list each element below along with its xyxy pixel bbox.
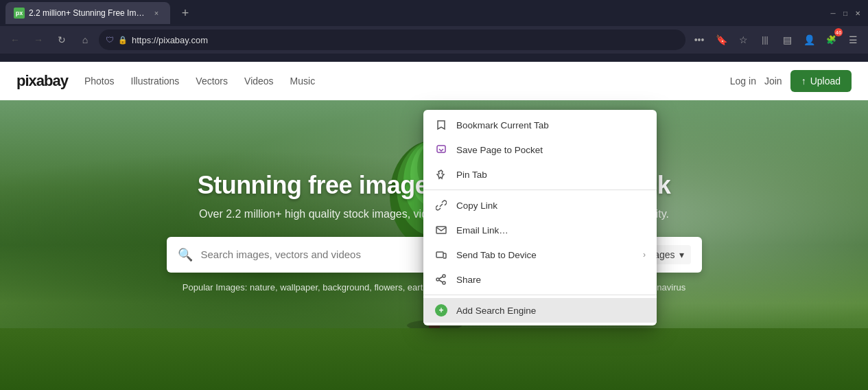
menu-divider-1 xyxy=(423,190,657,190)
upload-icon: ↑ xyxy=(801,76,806,87)
bookmarks-button[interactable]: ☆ xyxy=(734,30,753,49)
more-icon: ••• xyxy=(694,34,705,45)
menu-item-copy-link[interactable]: Copy Link xyxy=(423,193,657,218)
menu-item-send-tab[interactable]: Send Tab to Device › xyxy=(423,242,657,267)
account-icon: 👤 xyxy=(804,34,815,45)
share-icon xyxy=(434,273,448,286)
reader-icon: ▤ xyxy=(783,34,792,45)
title-bar: px 2.2 million+ Stunning Free Ima... × +… xyxy=(0,0,868,26)
menu-item-email-label: Email Link… xyxy=(456,225,646,236)
svg-point-10 xyxy=(443,275,445,277)
nav-videos[interactable]: Videos xyxy=(244,76,274,87)
tab-title: 2.2 million+ Stunning Free Ima... xyxy=(29,8,147,18)
menu-divider-2 xyxy=(423,295,657,295)
upload-button[interactable]: ↑ Upload xyxy=(790,70,852,92)
menu-item-email-link[interactable]: Email Link… xyxy=(423,218,657,242)
menu-item-pocket[interactable]: Save Page to Pocket xyxy=(423,137,657,162)
forward-button[interactable]: → xyxy=(29,30,48,49)
account-button[interactable]: 👤 xyxy=(799,30,819,49)
menu-item-send-tab-label: Send Tab to Device xyxy=(456,250,635,260)
menu-item-pin[interactable]: Pin Tab xyxy=(423,162,657,187)
extensions-button[interactable]: 🧩 46 xyxy=(821,30,841,49)
hero-grass xyxy=(0,328,868,390)
shield-icon: 🛡 xyxy=(106,35,114,45)
nav-photos[interactable]: Photos xyxy=(84,76,115,87)
tab-close-button[interactable]: × xyxy=(151,8,162,19)
menu-item-add-search[interactable]: + Add Search Engine xyxy=(423,298,657,323)
svg-point-12 xyxy=(436,278,439,281)
browser-chrome: px 2.2 million+ Stunning Free Ima... × +… xyxy=(0,0,868,62)
star-icon: ☆ xyxy=(739,34,748,45)
minimize-button[interactable]: ─ xyxy=(828,8,838,18)
browser-tab[interactable]: px 2.2 million+ Stunning Free Ima... × xyxy=(5,2,170,24)
reload-button[interactable]: ↻ xyxy=(52,30,71,49)
more-button[interactable]: ••• xyxy=(690,30,709,49)
menu-item-add-search-label: Add Search Engine xyxy=(456,306,646,316)
pin-icon xyxy=(434,168,448,181)
menu-item-pocket-label: Save Page to Pocket xyxy=(456,145,646,155)
website-content: pixabay Photos Illustrations Vectors Vid… xyxy=(0,62,868,390)
bookmark-icon xyxy=(434,118,448,132)
nav-music[interactable]: Music xyxy=(290,76,316,87)
back-button[interactable]: ← xyxy=(5,30,25,49)
close-window-button[interactable]: ✕ xyxy=(853,8,863,18)
context-menu: Bookmark Current Tab Save Page to Pocket… xyxy=(423,110,657,325)
history-button[interactable]: ||| xyxy=(755,30,775,49)
nav-vectors[interactable]: Vectors xyxy=(196,76,228,87)
maximize-button[interactable]: □ xyxy=(841,8,850,18)
join-button[interactable]: Join xyxy=(764,76,782,87)
login-button[interactable]: Log in xyxy=(730,76,756,87)
hamburger-menu-button[interactable]: ☰ xyxy=(843,30,863,49)
svg-rect-9 xyxy=(436,252,443,257)
add-search-icon: + xyxy=(434,303,448,317)
menu-item-share[interactable]: Share xyxy=(423,267,657,292)
pocket-icon: 🔖 xyxy=(716,34,727,45)
nav-links: Photos Illustrations Vectors Videos Musi… xyxy=(84,76,315,87)
hamburger-icon: ☰ xyxy=(849,34,858,45)
pocket-menu-icon xyxy=(434,143,448,157)
url-text: https://pixabay.com xyxy=(132,35,679,45)
reader-mode-button[interactable]: ▤ xyxy=(777,30,797,49)
extensions-badge: 46 xyxy=(834,28,843,36)
browser-toolbar: ← → ↻ ⌂ 🛡 🔒 https://pixabay.com ••• 🔖 ☆ … xyxy=(0,26,868,54)
lock-icon: 🔒 xyxy=(118,36,128,45)
toolbar-actions: ••• 🔖 ☆ ||| ▤ 👤 🧩 46 ☰ xyxy=(690,30,863,49)
send-icon xyxy=(434,248,448,262)
nav-right: Log in Join ↑ Upload xyxy=(730,70,852,92)
svg-point-11 xyxy=(443,282,445,284)
home-button[interactable]: ⌂ xyxy=(75,30,95,49)
email-icon xyxy=(434,223,448,237)
link-icon xyxy=(434,198,448,212)
menu-item-pin-label: Pin Tab xyxy=(456,170,646,180)
address-bar[interactable]: 🛡 🔒 https://pixabay.com xyxy=(99,30,685,50)
svg-rect-8 xyxy=(436,227,446,233)
puzzle-icon: 🧩 xyxy=(826,35,836,45)
menu-item-copy-link-label: Copy Link xyxy=(456,200,646,211)
new-tab-button[interactable]: + xyxy=(176,3,195,23)
tab-favicon: px xyxy=(14,8,25,19)
nav-illustrations[interactable]: Illustrations xyxy=(131,76,180,87)
history-icon: ||| xyxy=(762,35,768,45)
menu-item-bookmark[interactable]: Bookmark Current Tab xyxy=(423,113,657,137)
pocket-button[interactable]: 🔖 xyxy=(712,30,731,49)
menu-item-bookmark-label: Bookmark Current Tab xyxy=(456,120,646,130)
site-nav: pixabay Photos Illustrations Vectors Vid… xyxy=(0,62,868,100)
site-logo[interactable]: pixabay xyxy=(16,72,68,90)
popular-label: Popular Images: xyxy=(183,282,248,292)
search-icon: 🔍 xyxy=(178,247,193,262)
menu-item-share-label: Share xyxy=(456,275,646,285)
submenu-arrow-icon: › xyxy=(643,250,646,260)
chevron-down-icon: ▾ xyxy=(679,249,684,260)
